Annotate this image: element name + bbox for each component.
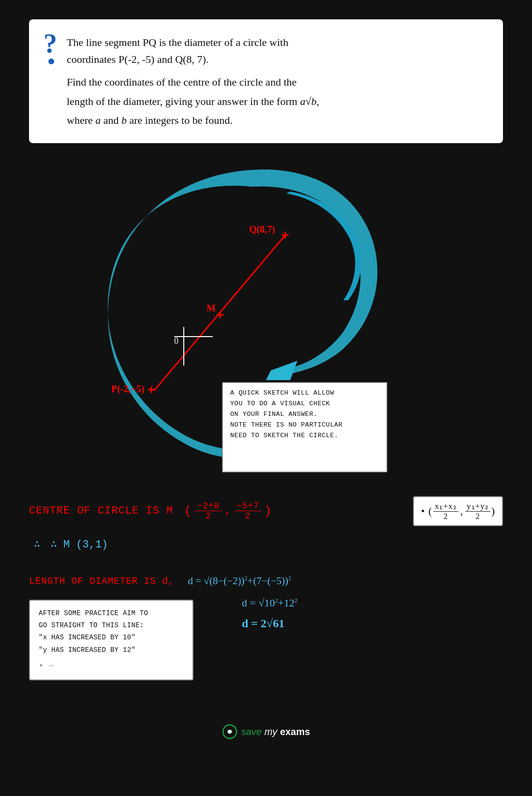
q-line5: where a and b are integers to be found. — [67, 112, 319, 129]
footer-text: save my exams — [241, 726, 310, 737]
footer-logo-icon — [222, 724, 237, 739]
svg-text:NOTE  THERE  IS  NO  PARTICULA: NOTE THERE IS NO PARTICULAR — [230, 421, 342, 428]
question-box: ? The line segment PQ is the diameter of… — [29, 19, 503, 143]
svg-text:Q(8,7): Q(8,7) — [249, 224, 275, 235]
svg-text:YOU  TO  DO  A  VISUAL  CHECK: YOU TO DO A VISUAL CHECK — [230, 400, 330, 407]
after-line3: "x HAS INCREASED BY 10" — [39, 632, 184, 644]
centre-line: CENTRE OF CIRCLE IS M ( −2+8 2 , −5+7 2 … — [29, 496, 503, 526]
svg-text:P(-2,−5): P(-2,−5) — [111, 383, 145, 395]
diameter-eq1: d = √(8−(−2))2+(7−(−5))2 — [188, 575, 292, 587]
svg-point-21 — [228, 730, 232, 734]
diameter-label: LENGTH OF DIAMETER IS d, — [29, 575, 180, 587]
therefore-value: ∴ M (3,1) — [50, 539, 108, 551]
svg-text:A  QUICK  SKETCH  WILL  ALLOW: A QUICK SKETCH WILL ALLOW — [230, 389, 334, 397]
therefore-line: ∴ ∴ M (3,1) — [29, 538, 503, 551]
q-line3: Find the coordinates of the centre of th… — [67, 74, 319, 90]
centre-label: CENTRE OF CIRCLE IS M — [29, 505, 173, 517]
svg-text:ON  YOUR  FINAL  ANSWER.: ON YOUR FINAL ANSWER. — [230, 411, 318, 418]
diameter-section: LENGTH OF DIAMETER IS d, d = √(8−(−2))2+… — [29, 575, 503, 681]
diam-eq3: d = 2√61 — [242, 617, 297, 630]
diagram-area: Q(8,7) M 0 P(-2,−5) A QUICK SKETCH WILL … — [0, 158, 532, 486]
question-text: The line segment PQ is the diameter of a… — [67, 34, 319, 129]
diagram-svg: Q(8,7) M 0 P(-2,−5) A QUICK SKETCH WILL … — [0, 158, 532, 486]
after-practice-box: AFTER SOME PRACTICE AIM TO GO STRAIGHT T… — [29, 600, 193, 681]
q-line2: coordinates P(-2, -5) and Q(8, 7). — [67, 51, 319, 68]
diameter-steps: d = √102+122 d = 2√61 — [242, 597, 297, 630]
after-line2: GO STRAIGHT TO THIS LINE: — [39, 619, 184, 632]
footer-exams: exams — [280, 726, 310, 737]
svg-text:0: 0 — [174, 336, 178, 346]
footer-save: save — [241, 726, 262, 737]
q-line1: The line segment PQ is the diameter of a… — [67, 34, 319, 51]
solutions-area: CENTRE OF CIRCLE IS M ( −2+8 2 , −5+7 2 … — [0, 486, 532, 715]
after-line1: AFTER SOME PRACTICE AIM TO — [39, 607, 184, 619]
question-icon: ? — [44, 31, 57, 64]
footer: save my exams — [0, 714, 532, 749]
svg-text:M: M — [207, 303, 216, 313]
q-line4: length of the diameter, giving your answ… — [67, 93, 319, 110]
diam-eq2: d = √102+122 — [242, 597, 297, 609]
therefore-symbol: ∴ — [34, 539, 40, 551]
after-line4: "y HAS INCREASED BY 12" — [39, 644, 184, 656]
svg-text:NEED  TO  SKETCH  THE  CIRCLE.: NEED TO SKETCH THE CIRCLE. — [230, 432, 339, 439]
